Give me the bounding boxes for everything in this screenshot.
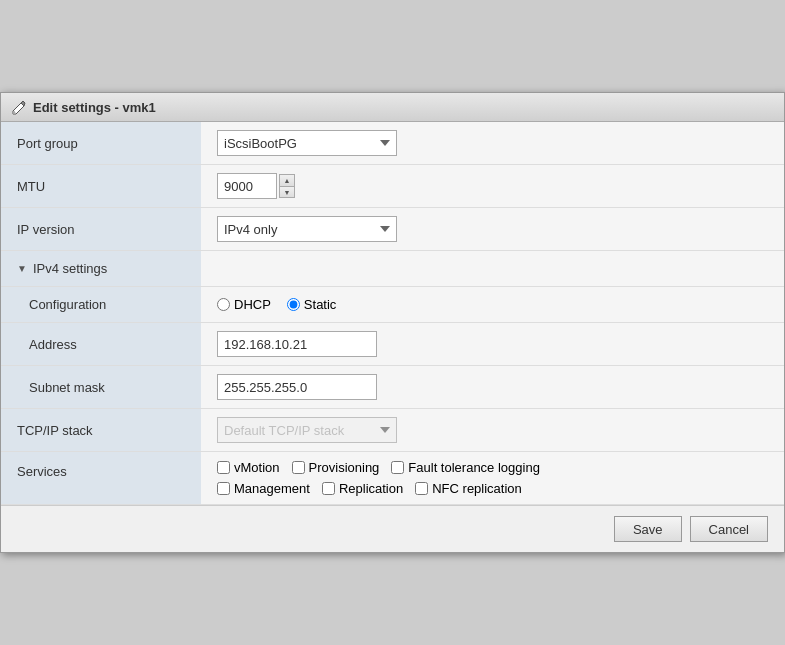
management-checkbox-label[interactable]: Management bbox=[217, 481, 310, 496]
port-group-select[interactable]: iScsiBootPG bbox=[217, 130, 397, 156]
mtu-decrement-button[interactable]: ▼ bbox=[279, 186, 295, 198]
nfc-replication-checkbox[interactable] bbox=[415, 482, 428, 495]
address-label: Address bbox=[1, 323, 201, 365]
management-checkbox[interactable] bbox=[217, 482, 230, 495]
dhcp-radio-label[interactable]: DHCP bbox=[217, 297, 271, 312]
replication-checkbox-label[interactable]: Replication bbox=[322, 481, 403, 496]
mtu-spinner: ▲ ▼ bbox=[279, 174, 295, 198]
ip-version-label: IP version bbox=[1, 208, 201, 250]
mtu-label: MTU bbox=[1, 165, 201, 207]
dialog-footer: Save Cancel bbox=[1, 505, 784, 552]
nfc-replication-label: NFC replication bbox=[432, 481, 522, 496]
services-row-2: Management Replication NFC replication bbox=[217, 481, 522, 496]
configuration-radio-group: DHCP Static bbox=[217, 297, 336, 312]
edit-settings-dialog: Edit settings - vmk1 Port group iScsiBoo… bbox=[0, 92, 785, 553]
provisioning-checkbox[interactable] bbox=[292, 461, 305, 474]
ip-version-row: IP version IPv4 only bbox=[1, 208, 784, 251]
port-group-label: Port group bbox=[1, 122, 201, 164]
mtu-container: ▲ ▼ bbox=[217, 173, 295, 199]
subnet-mask-label: Subnet mask bbox=[1, 366, 201, 408]
tcpip-stack-row: TCP/IP stack Default TCP/IP stack bbox=[1, 409, 784, 452]
nfc-replication-checkbox-label[interactable]: NFC replication bbox=[415, 481, 522, 496]
cancel-button[interactable]: Cancel bbox=[690, 516, 768, 542]
configuration-value: DHCP Static bbox=[201, 287, 784, 322]
pencil-icon bbox=[11, 99, 27, 115]
replication-label: Replication bbox=[339, 481, 403, 496]
mtu-increment-button[interactable]: ▲ bbox=[279, 174, 295, 186]
vmotion-checkbox-label[interactable]: vMotion bbox=[217, 460, 280, 475]
vmotion-checkbox[interactable] bbox=[217, 461, 230, 474]
ipv4-section-row: ▼ IPv4 settings bbox=[1, 251, 784, 287]
provisioning-label: Provisioning bbox=[309, 460, 380, 475]
ipv4-section-text: IPv4 settings bbox=[33, 261, 107, 276]
services-row-1: vMotion Provisioning Fault tolerance log… bbox=[217, 460, 540, 475]
tcpip-stack-select[interactable]: Default TCP/IP stack bbox=[217, 417, 397, 443]
configuration-label: Configuration bbox=[1, 287, 201, 322]
ip-version-select[interactable]: IPv4 only bbox=[217, 216, 397, 242]
address-row: Address bbox=[1, 323, 784, 366]
dhcp-radio[interactable] bbox=[217, 298, 230, 311]
configuration-row: Configuration DHCP Static bbox=[1, 287, 784, 323]
subnet-mask-value bbox=[201, 366, 784, 408]
tcpip-stack-label: TCP/IP stack bbox=[1, 409, 201, 451]
static-label-text: Static bbox=[304, 297, 337, 312]
dialog-title-text: Edit settings - vmk1 bbox=[33, 100, 156, 115]
dhcp-label-text: DHCP bbox=[234, 297, 271, 312]
dialog-title-bar: Edit settings - vmk1 bbox=[1, 93, 784, 122]
subnet-mask-row: Subnet mask bbox=[1, 366, 784, 409]
address-input[interactable] bbox=[217, 331, 377, 357]
static-radio[interactable] bbox=[287, 298, 300, 311]
provisioning-checkbox-label[interactable]: Provisioning bbox=[292, 460, 380, 475]
dialog-body: Port group iScsiBootPG MTU ▲ ▼ bbox=[1, 122, 784, 505]
vmotion-label: vMotion bbox=[234, 460, 280, 475]
static-radio-label[interactable]: Static bbox=[287, 297, 337, 312]
collapse-arrow-icon: ▼ bbox=[17, 263, 27, 274]
mtu-input[interactable] bbox=[217, 173, 277, 199]
services-row: Services vMotion Provisioning Fault tole… bbox=[1, 452, 784, 505]
address-value bbox=[201, 323, 784, 365]
fault-tolerance-label: Fault tolerance logging bbox=[408, 460, 540, 475]
port-group-row: Port group iScsiBootPG bbox=[1, 122, 784, 165]
save-button[interactable]: Save bbox=[614, 516, 682, 542]
services-value: vMotion Provisioning Fault tolerance log… bbox=[201, 452, 784, 504]
fault-tolerance-checkbox-label[interactable]: Fault tolerance logging bbox=[391, 460, 540, 475]
fault-tolerance-checkbox[interactable] bbox=[391, 461, 404, 474]
mtu-value: ▲ ▼ bbox=[201, 165, 784, 207]
mtu-row: MTU ▲ ▼ bbox=[1, 165, 784, 208]
subnet-mask-input[interactable] bbox=[217, 374, 377, 400]
management-label: Management bbox=[234, 481, 310, 496]
services-label: Services bbox=[1, 452, 201, 504]
replication-checkbox[interactable] bbox=[322, 482, 335, 495]
port-group-value: iScsiBootPG bbox=[201, 122, 784, 164]
tcpip-stack-value: Default TCP/IP stack bbox=[201, 409, 784, 451]
ip-version-value: IPv4 only bbox=[201, 208, 784, 250]
ipv4-section-label[interactable]: ▼ IPv4 settings bbox=[1, 251, 201, 286]
ipv4-section-value bbox=[201, 251, 784, 286]
